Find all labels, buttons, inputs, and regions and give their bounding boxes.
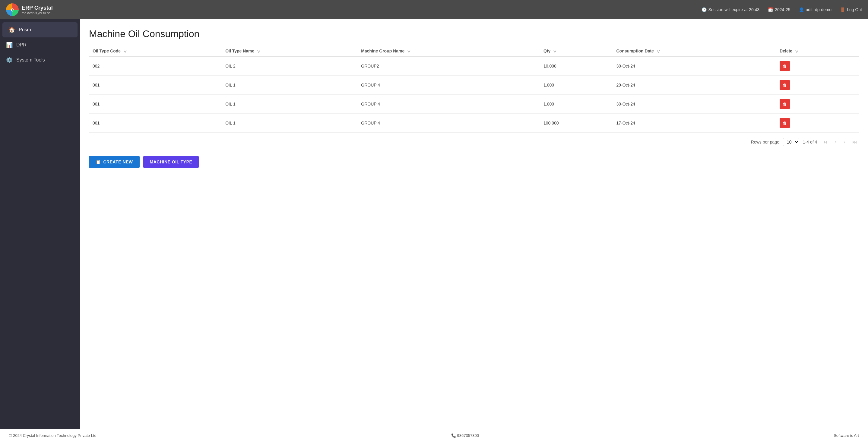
gear-icon: ⚙️ [6, 57, 13, 63]
table-row: 002OIL 2GROUP210.00030-Oct-24🗑 [89, 57, 859, 76]
create-new-label: CREATE NEW [103, 159, 133, 164]
logout-label: Log Out [847, 7, 862, 12]
delete-button-3[interactable]: 🗑 [780, 118, 790, 128]
col-header-delete: Delete ▽ [776, 45, 859, 57]
cell-qty-0: 10.000 [540, 57, 613, 76]
app-name: ERP Crystal [22, 5, 53, 11]
cell-machine_group_name-1: GROUP 4 [358, 76, 540, 95]
cell-consumption_date-0: 30-Oct-24 [613, 57, 776, 76]
col-header-oil-type-name: Oil Type Name ▽ [222, 45, 358, 57]
cell-machine_group_name-3: GROUP 4 [358, 114, 540, 133]
session-label: Session will expire at 20:43 [709, 7, 760, 12]
logo-area: e ERP Crystal the best is yet to be.. [6, 3, 53, 16]
sidebar-label-dpr: DPR [16, 42, 27, 48]
filter-icon-code[interactable]: ▽ [124, 49, 126, 53]
cell-oil_type_name-2: OIL 1 [222, 95, 358, 114]
chart-icon: 📊 [6, 42, 13, 48]
logout-button[interactable]: 🚪 Log Out [840, 7, 862, 12]
cell-oil_type_code-1: 001 [89, 76, 222, 95]
delete-button-2[interactable]: 🗑 [780, 99, 790, 109]
home-icon: 🏠 [8, 27, 15, 33]
user-icon: 👤 [799, 7, 804, 12]
cell-machine_group_name-0: GROUP2 [358, 57, 540, 76]
app-tagline: the best is yet to be.. [22, 11, 53, 15]
filter-icon-name[interactable]: ▽ [257, 49, 260, 53]
cell-oil_type_name-0: OIL 2 [222, 57, 358, 76]
year-info: 📅 2024-25 [768, 7, 790, 12]
cell-qty-2: 1.000 [540, 95, 613, 114]
cell-qty-3: 100.000 [540, 114, 613, 133]
delete-button-0[interactable]: 🗑 [780, 61, 790, 71]
tagline-text: Software is Art [834, 433, 859, 438]
table-row: 001OIL 1GROUP 41.00029-Oct-24🗑 [89, 76, 859, 95]
prev-page-button[interactable]: ‹ [833, 138, 838, 146]
rows-per-page-select[interactable]: 10 25 50 [783, 138, 799, 146]
header-info: 🕐 Session will expire at 20:43 📅 2024-25… [702, 7, 862, 12]
cell-delete-1: 🗑 [776, 76, 859, 95]
sidebar-item-system-tools[interactable]: ⚙️ System Tools [0, 53, 80, 67]
cell-oil_type_code-3: 001 [89, 114, 222, 133]
clock-icon: 🕐 [702, 7, 707, 12]
cell-consumption_date-1: 29-Oct-24 [613, 76, 776, 95]
copyright-text: © 2024 Crystal Information Technology Pr… [9, 433, 96, 438]
col-header-consumption-date: Consumption Date ▽ [613, 45, 776, 57]
cell-oil_type_code-0: 002 [89, 57, 222, 76]
cell-machine_group_name-2: GROUP 4 [358, 95, 540, 114]
calendar-icon: 📅 [768, 7, 773, 12]
phone-text: 📞 9867357300 [451, 433, 479, 438]
app-header: e ERP Crystal the best is yet to be.. 🕐 … [0, 0, 868, 19]
cell-delete-2: 🗑 [776, 95, 859, 114]
oil-consumption-table: Oil Type Code ▽ Oil Type Name ▽ Machine … [89, 45, 859, 133]
sidebar: 🏠 Prism 📊 DPR ⚙️ System Tools [0, 19, 80, 429]
sidebar-label-system-tools: System Tools [16, 57, 45, 63]
logo-icon: e [6, 3, 19, 16]
page-info: 1-4 of 4 [803, 139, 817, 145]
rows-per-page-label: Rows per page: [751, 139, 780, 145]
last-page-button[interactable]: ⏭ [850, 138, 859, 146]
table-row: 001OIL 1GROUP 4100.00017-Oct-24🗑 [89, 114, 859, 133]
sidebar-item-prism[interactable]: 🏠 Prism [2, 22, 78, 37]
sidebar-item-dpr[interactable]: 📊 DPR [0, 37, 80, 53]
cell-delete-0: 🗑 [776, 57, 859, 76]
rows-per-page: Rows per page: 10 25 50 [751, 138, 799, 146]
app-footer: © 2024 Crystal Information Technology Pr… [0, 429, 868, 442]
machine-oil-type-button[interactable]: MACHINE OIL TYPE [143, 156, 199, 168]
machine-oil-type-label: MACHINE OIL TYPE [150, 159, 192, 164]
sidebar-label-prism: Prism [19, 27, 31, 33]
first-page-button[interactable]: ⏮ [820, 138, 829, 146]
cell-delete-3: 🗑 [776, 114, 859, 133]
filter-icon-group[interactable]: ▽ [407, 49, 410, 53]
filter-icon-delete[interactable]: ▽ [795, 49, 798, 53]
create-icon: 📋 [96, 159, 101, 164]
logout-icon: 🚪 [840, 7, 845, 12]
session-info: 🕐 Session will expire at 20:43 [702, 7, 760, 12]
create-new-button[interactable]: 📋 CREATE NEW [89, 156, 140, 168]
cell-oil_type_name-1: OIL 1 [222, 76, 358, 95]
col-header-qty: Qty ▽ [540, 45, 613, 57]
cell-qty-1: 1.000 [540, 76, 613, 95]
cell-consumption_date-3: 17-Oct-24 [613, 114, 776, 133]
user-info: 👤 udit_dprdemo [799, 7, 832, 12]
delete-button-1[interactable]: 🗑 [780, 80, 790, 90]
filter-icon-qty[interactable]: ▽ [553, 49, 556, 53]
col-header-machine-group: Machine Group Name ▽ [358, 45, 540, 57]
user-label: udit_dprdemo [806, 7, 832, 12]
main-layout: 🏠 Prism 📊 DPR ⚙️ System Tools Machine Oi… [0, 19, 868, 429]
cell-consumption_date-2: 30-Oct-24 [613, 95, 776, 114]
main-content: Machine Oil Consumption Oil Type Code ▽ … [80, 19, 868, 429]
action-buttons: 📋 CREATE NEW MACHINE OIL TYPE [89, 151, 859, 175]
next-page-button[interactable]: › [842, 138, 847, 146]
cell-oil_type_name-3: OIL 1 [222, 114, 358, 133]
page-title: Machine Oil Consumption [89, 28, 859, 39]
table-row: 001OIL 1GROUP 41.00030-Oct-24🗑 [89, 95, 859, 114]
table-header-row: Oil Type Code ▽ Oil Type Name ▽ Machine … [89, 45, 859, 57]
logo-text: ERP Crystal the best is yet to be.. [22, 5, 53, 15]
col-header-oil-type-code: Oil Type Code ▽ [89, 45, 222, 57]
cell-oil_type_code-2: 001 [89, 95, 222, 114]
pagination-row: Rows per page: 10 25 50 1-4 of 4 ⏮ ‹ › ⏭ [89, 133, 859, 151]
year-label: 2024-25 [775, 7, 790, 12]
filter-icon-date[interactable]: ▽ [657, 49, 660, 53]
